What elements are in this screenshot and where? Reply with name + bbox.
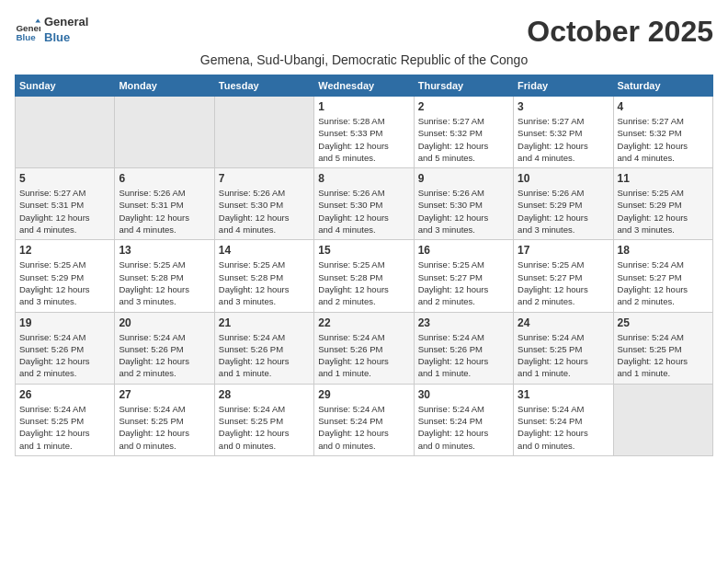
logo-icon: General Blue xyxy=(15,17,40,43)
day-cell: 14Sunrise: 5:25 AM Sunset: 5:28 PM Dayli… xyxy=(214,240,313,312)
day-info: Sunrise: 5:24 AM Sunset: 5:26 PM Dayligh… xyxy=(19,331,110,380)
col-header-thursday: Thursday xyxy=(414,75,513,97)
day-number: 7 xyxy=(219,172,310,185)
day-number: 28 xyxy=(219,388,310,401)
day-info: Sunrise: 5:24 AM Sunset: 5:24 PM Dayligh… xyxy=(318,403,409,452)
week-row-1: 1Sunrise: 5:28 AM Sunset: 5:33 PM Daylig… xyxy=(16,97,713,168)
day-info: Sunrise: 5:27 AM Sunset: 5:32 PM Dayligh… xyxy=(618,115,709,164)
day-number: 26 xyxy=(19,388,110,401)
week-row-4: 19Sunrise: 5:24 AM Sunset: 5:26 PM Dayli… xyxy=(16,312,713,384)
day-cell xyxy=(214,97,313,168)
day-number: 2 xyxy=(418,100,509,113)
day-cell: 31Sunrise: 5:24 AM Sunset: 5:24 PM Dayli… xyxy=(514,384,613,455)
day-cell: 12Sunrise: 5:25 AM Sunset: 5:29 PM Dayli… xyxy=(16,240,115,312)
day-cell: 6Sunrise: 5:26 AM Sunset: 5:31 PM Daylig… xyxy=(115,168,214,240)
day-info: Sunrise: 5:25 AM Sunset: 5:28 PM Dayligh… xyxy=(119,259,210,307)
day-info: Sunrise: 5:25 AM Sunset: 5:28 PM Dayligh… xyxy=(318,259,409,307)
day-info: Sunrise: 5:26 AM Sunset: 5:30 PM Dayligh… xyxy=(219,187,310,236)
day-number: 13 xyxy=(119,244,210,257)
day-cell xyxy=(16,97,115,168)
day-number: 21 xyxy=(219,316,310,329)
day-cell: 9Sunrise: 5:26 AM Sunset: 5:30 PM Daylig… xyxy=(414,168,513,240)
day-cell: 16Sunrise: 5:25 AM Sunset: 5:27 PM Dayli… xyxy=(414,240,513,312)
day-cell: 19Sunrise: 5:24 AM Sunset: 5:26 PM Dayli… xyxy=(16,312,115,384)
day-info: Sunrise: 5:24 AM Sunset: 5:26 PM Dayligh… xyxy=(418,331,509,380)
day-number: 9 xyxy=(418,172,509,185)
svg-marker-2 xyxy=(35,18,40,22)
day-cell: 28Sunrise: 5:24 AM Sunset: 5:25 PM Dayli… xyxy=(214,384,313,455)
logo: General Blue General Blue xyxy=(15,15,88,46)
day-info: Sunrise: 5:25 AM Sunset: 5:27 PM Dayligh… xyxy=(418,259,509,307)
day-info: Sunrise: 5:27 AM Sunset: 5:32 PM Dayligh… xyxy=(518,115,609,164)
day-info: Sunrise: 5:24 AM Sunset: 5:24 PM Dayligh… xyxy=(418,403,509,452)
col-header-friday: Friday xyxy=(514,75,613,97)
day-info: Sunrise: 5:24 AM Sunset: 5:26 PM Dayligh… xyxy=(318,331,409,380)
day-info: Sunrise: 5:24 AM Sunset: 5:26 PM Dayligh… xyxy=(119,331,210,380)
day-cell: 11Sunrise: 5:25 AM Sunset: 5:29 PM Dayli… xyxy=(613,168,712,240)
week-row-2: 5Sunrise: 5:27 AM Sunset: 5:31 PM Daylig… xyxy=(16,168,713,240)
day-number: 14 xyxy=(219,244,310,257)
day-number: 17 xyxy=(518,244,609,257)
day-cell: 25Sunrise: 5:24 AM Sunset: 5:25 PM Dayli… xyxy=(613,312,712,384)
day-info: Sunrise: 5:26 AM Sunset: 5:30 PM Dayligh… xyxy=(418,187,509,236)
header: General Blue General Blue October 2025 xyxy=(15,15,713,49)
day-cell: 17Sunrise: 5:25 AM Sunset: 5:27 PM Dayli… xyxy=(514,240,613,312)
day-cell: 24Sunrise: 5:24 AM Sunset: 5:25 PM Dayli… xyxy=(514,312,613,384)
day-info: Sunrise: 5:24 AM Sunset: 5:25 PM Dayligh… xyxy=(219,403,310,452)
calendar-table: SundayMondayTuesdayWednesdayThursdayFrid… xyxy=(15,75,713,456)
day-number: 16 xyxy=(418,244,509,257)
day-cell: 1Sunrise: 5:28 AM Sunset: 5:33 PM Daylig… xyxy=(314,97,414,168)
day-info: Sunrise: 5:25 AM Sunset: 5:27 PM Dayligh… xyxy=(518,259,609,307)
day-number: 12 xyxy=(19,244,110,257)
day-cell: 7Sunrise: 5:26 AM Sunset: 5:30 PM Daylig… xyxy=(214,168,313,240)
logo-blue: Blue xyxy=(44,30,88,46)
col-header-monday: Monday xyxy=(115,75,214,97)
day-cell xyxy=(613,384,712,455)
day-number: 5 xyxy=(19,172,110,185)
day-cell: 15Sunrise: 5:25 AM Sunset: 5:28 PM Dayli… xyxy=(314,240,414,312)
day-number: 3 xyxy=(518,100,609,113)
day-cell: 8Sunrise: 5:26 AM Sunset: 5:30 PM Daylig… xyxy=(314,168,414,240)
col-header-saturday: Saturday xyxy=(613,75,712,97)
day-info: Sunrise: 5:27 AM Sunset: 5:31 PM Dayligh… xyxy=(19,187,110,236)
day-number: 4 xyxy=(618,100,709,113)
day-number: 18 xyxy=(618,244,709,257)
day-cell: 5Sunrise: 5:27 AM Sunset: 5:31 PM Daylig… xyxy=(16,168,115,240)
day-cell: 29Sunrise: 5:24 AM Sunset: 5:24 PM Dayli… xyxy=(314,384,414,455)
col-header-sunday: Sunday xyxy=(16,75,115,97)
day-cell: 21Sunrise: 5:24 AM Sunset: 5:26 PM Dayli… xyxy=(214,312,313,384)
day-cell xyxy=(115,97,214,168)
day-info: Sunrise: 5:25 AM Sunset: 5:28 PM Dayligh… xyxy=(219,259,310,307)
week-row-3: 12Sunrise: 5:25 AM Sunset: 5:29 PM Dayli… xyxy=(16,240,713,312)
day-cell: 2Sunrise: 5:27 AM Sunset: 5:32 PM Daylig… xyxy=(414,97,513,168)
day-info: Sunrise: 5:27 AM Sunset: 5:32 PM Dayligh… xyxy=(418,115,509,164)
day-number: 20 xyxy=(119,316,210,329)
col-header-tuesday: Tuesday xyxy=(214,75,313,97)
day-info: Sunrise: 5:24 AM Sunset: 5:25 PM Dayligh… xyxy=(618,331,709,380)
subtitle: Gemena, Sud-Ubangi, Democratic Republic … xyxy=(15,52,713,67)
logo-general: General xyxy=(44,15,88,30)
day-number: 8 xyxy=(318,172,409,185)
day-number: 22 xyxy=(318,316,409,329)
day-cell: 18Sunrise: 5:24 AM Sunset: 5:27 PM Dayli… xyxy=(613,240,712,312)
day-info: Sunrise: 5:28 AM Sunset: 5:33 PM Dayligh… xyxy=(318,115,409,164)
day-number: 29 xyxy=(318,388,409,401)
day-info: Sunrise: 5:26 AM Sunset: 5:29 PM Dayligh… xyxy=(518,187,609,236)
day-info: Sunrise: 5:24 AM Sunset: 5:24 PM Dayligh… xyxy=(518,403,609,452)
day-info: Sunrise: 5:24 AM Sunset: 5:25 PM Dayligh… xyxy=(19,403,110,452)
day-cell: 27Sunrise: 5:24 AM Sunset: 5:25 PM Dayli… xyxy=(115,384,214,455)
day-number: 15 xyxy=(318,244,409,257)
day-info: Sunrise: 5:24 AM Sunset: 5:25 PM Dayligh… xyxy=(119,403,210,452)
day-info: Sunrise: 5:25 AM Sunset: 5:29 PM Dayligh… xyxy=(19,259,110,307)
day-cell: 23Sunrise: 5:24 AM Sunset: 5:26 PM Dayli… xyxy=(414,312,513,384)
day-number: 6 xyxy=(119,172,210,185)
month-title: October 2025 xyxy=(527,15,713,49)
day-number: 30 xyxy=(418,388,509,401)
day-number: 27 xyxy=(119,388,210,401)
day-number: 24 xyxy=(518,316,609,329)
day-cell: 22Sunrise: 5:24 AM Sunset: 5:26 PM Dayli… xyxy=(314,312,414,384)
day-cell: 26Sunrise: 5:24 AM Sunset: 5:25 PM Dayli… xyxy=(16,384,115,455)
day-cell: 20Sunrise: 5:24 AM Sunset: 5:26 PM Dayli… xyxy=(115,312,214,384)
day-info: Sunrise: 5:26 AM Sunset: 5:30 PM Dayligh… xyxy=(318,187,409,236)
day-number: 11 xyxy=(618,172,709,185)
